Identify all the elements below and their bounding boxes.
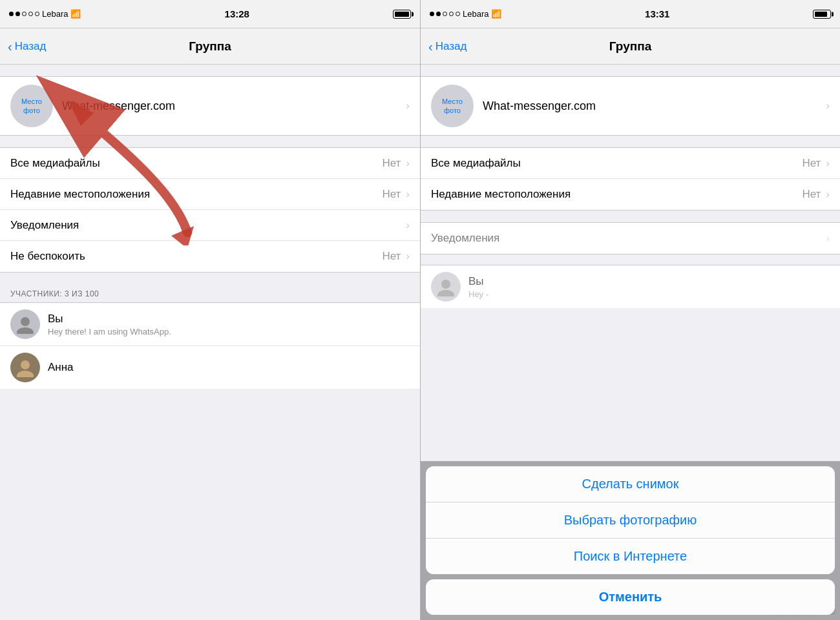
right-signal-dot-5: [456, 12, 460, 16]
right-action-choose-photo-label: Выбрать фотографию: [564, 513, 697, 527]
left-row-locations[interactable]: Недавние местоположения Нет ›: [0, 179, 420, 210]
left-participant-anna[interactable]: Анна: [0, 346, 420, 389]
left-participant-anna-info: Анна: [48, 361, 410, 374]
right-row-locations-value: Нет: [802, 188, 821, 201]
left-participant-you-avatar: [10, 309, 40, 339]
signal-dot-3: [22, 12, 26, 16]
right-back-label: Назад: [436, 40, 467, 53]
left-time: 13:28: [225, 8, 249, 19]
left-participant-you-avatar-icon: [16, 315, 35, 334]
right-row-locations[interactable]: Недавние местоположения Нет ›: [421, 179, 840, 210]
right-battery-fill: [815, 12, 827, 17]
left-carrier: Lebara: [42, 9, 68, 19]
right-participant-you-avatar-icon: [436, 277, 456, 296]
right-back-chevron: ‹: [428, 40, 433, 53]
right-action-web-search-label: Поиск в Интернете: [574, 549, 687, 563]
right-wifi-icon: 📶: [491, 9, 501, 19]
left-row-notifications-chevron: ›: [406, 219, 410, 232]
left-back-chevron: ‹: [8, 40, 12, 53]
right-action-web-search[interactable]: Поиск в Интернете: [426, 539, 835, 574]
left-row-media[interactable]: Все медиафайлы Нет ›: [0, 148, 420, 179]
right-row-notifications-partial-chevron: ›: [826, 232, 830, 245]
right-signal-dots: [430, 12, 460, 16]
left-participant-you-info: Вы Hey there! I am using WhatsApp.: [48, 313, 410, 336]
svg-point-1: [17, 327, 34, 334]
left-battery: [393, 10, 411, 19]
right-battery: [813, 10, 831, 19]
right-action-take-photo-label: Сделать снимок: [582, 477, 679, 491]
signal-dot-2: [16, 12, 20, 16]
signal-dots: [9, 12, 39, 16]
signal-dot-1: [9, 12, 14, 16]
left-back-button[interactable]: ‹ Назад: [8, 40, 46, 53]
left-row-notifications[interactable]: Уведомления ›: [0, 210, 420, 241]
left-participant-anna-name: Анна: [48, 361, 410, 374]
left-group-header[interactable]: Местофото What-messenger.com ›: [0, 76, 420, 136]
left-participants-label: Участники: 3 из 100: [10, 289, 99, 298]
right-status-bar: Lebara 📶 13:31: [421, 0, 840, 28]
left-avatar-text: Местофото: [21, 97, 42, 116]
left-participant-anna-avatar: [10, 353, 40, 382]
right-row-media-label: Все медиафайлы: [431, 157, 802, 170]
right-participant-you-avatar: [431, 272, 461, 302]
left-content: Местофото What-messenger.com › Все медиа…: [0, 65, 420, 620]
left-row-dnd[interactable]: Не беспокоить Нет ›: [0, 241, 420, 272]
svg-point-7: [441, 280, 450, 289]
right-partial-participants: Вы Hey -: [421, 265, 840, 308]
right-action-take-photo[interactable]: Сделать снимок: [426, 466, 835, 502]
right-action-sheet-cancel[interactable]: Отменить: [426, 579, 835, 615]
left-avatar-placeholder[interactable]: Местофото: [10, 85, 53, 127]
right-row-media-chevron: ›: [826, 157, 830, 170]
left-back-label: Назад: [15, 40, 47, 53]
left-row-dnd-value: Нет: [382, 250, 401, 263]
right-phone-panel: Lebara 📶 13:31 ‹ Назад Группа Местофото …: [420, 0, 840, 620]
right-partial-notifications-section: Уведомления ›: [421, 222, 840, 254]
left-row-media-label: Все медиафайлы: [10, 157, 382, 170]
left-group-chevron: ›: [406, 99, 410, 112]
left-participants-header: Участники: 3 из 100: [0, 284, 420, 302]
right-action-choose-photo[interactable]: Выбрать фотографию: [426, 502, 835, 539]
left-status-right: [393, 10, 411, 19]
left-status-left: Lebara 📶: [9, 9, 81, 19]
left-participants-section: Вы Hey there! I am using WhatsApp. Анна: [0, 302, 420, 389]
right-signal-dot-3: [443, 12, 447, 16]
svg-point-2: [21, 360, 30, 369]
left-row-dnd-chevron: ›: [406, 250, 410, 263]
svg-point-3: [17, 371, 34, 377]
left-phone-panel: Lebara 📶 13:28 ‹ Назад Группа Местофото …: [0, 0, 420, 620]
left-row-notifications-label: Уведомления: [10, 219, 406, 232]
left-group-name: What-messenger.com: [62, 99, 397, 113]
right-group-chevron: ›: [826, 99, 830, 112]
left-nav-title: Группа: [189, 39, 231, 54]
left-row-media-value: Нет: [382, 157, 401, 170]
right-action-sheet-overlay: Сделать снимок Выбрать фотографию Поиск …: [421, 461, 840, 620]
right-participant-you[interactable]: Вы Hey -: [421, 265, 840, 308]
right-carrier: Lebara: [463, 9, 488, 19]
left-nav-bar: ‹ Назад Группа: [0, 28, 420, 65]
svg-point-8: [437, 290, 454, 296]
right-action-sheet-group: Сделать снимок Выбрать фотографию Поиск …: [426, 466, 835, 574]
left-row-locations-chevron: ›: [406, 188, 410, 201]
right-row-media[interactable]: Все медиафайлы Нет ›: [421, 148, 840, 179]
right-row-notifications-partial[interactable]: Уведомления ›: [421, 223, 840, 254]
right-back-button[interactable]: ‹ Назад: [428, 40, 467, 53]
right-nav-bar: ‹ Назад Группа: [421, 28, 840, 65]
right-participant-you-status: Hey -: [468, 289, 830, 299]
left-participant-you-name: Вы: [48, 313, 410, 326]
left-status-bar: Lebara 📶 13:28: [0, 0, 420, 28]
left-battery-fill: [395, 12, 409, 17]
signal-dot-4: [28, 12, 33, 16]
left-row-media-chevron: ›: [406, 157, 410, 170]
right-group-name: What-messenger.com: [483, 99, 817, 113]
right-signal-dot-1: [430, 12, 434, 16]
left-participant-you-status: Hey there! I am using WhatsApp.: [48, 327, 410, 336]
right-status-right: [813, 10, 831, 19]
right-row-locations-label: Недавние местоположения: [431, 188, 802, 201]
left-participant-you[interactable]: Вы Hey there! I am using WhatsApp.: [0, 303, 420, 346]
right-avatar-placeholder[interactable]: Местофото: [431, 85, 474, 127]
right-action-sheet-cancel-label: Отменить: [599, 590, 662, 604]
right-row-media-value: Нет: [802, 157, 821, 170]
right-group-header[interactable]: Местофото What-messenger.com ›: [421, 76, 840, 136]
left-row-locations-value: Нет: [382, 188, 401, 201]
right-status-left: Lebara 📶: [430, 9, 501, 19]
